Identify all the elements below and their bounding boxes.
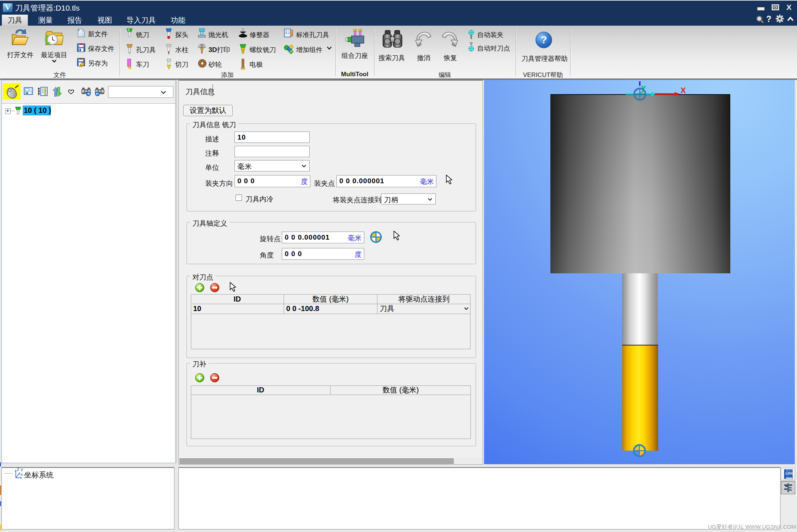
- svg-text:X: X: [680, 86, 686, 95]
- svg-text:x: x: [21, 472, 23, 477]
- svg-text:LOG: LOG: [785, 472, 793, 475]
- svg-text:?: ?: [540, 34, 547, 45]
- svg-text:Y: Y: [21, 468, 23, 472]
- svg-text:Z: Z: [17, 468, 19, 472]
